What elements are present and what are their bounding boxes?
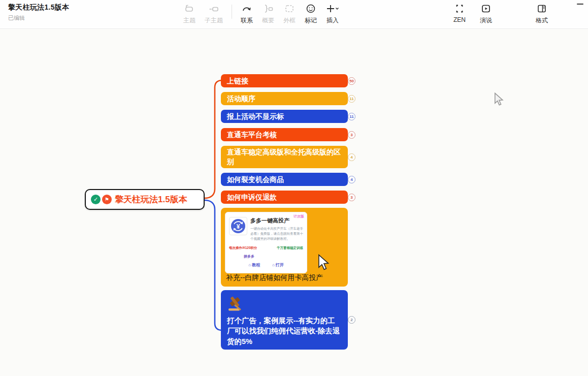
badge-count: 50 (349, 79, 354, 83)
cursor-arrow-content (317, 254, 331, 270)
toolbar-boundary-label: 外框 (283, 16, 296, 25)
branch-label: 如何裂变机会商品 (227, 175, 284, 184)
home-icon: ⌂ (272, 263, 275, 267)
tutorial-button[interactable]: ⌂教程 (248, 262, 260, 268)
toolbar-summary-label: 概要 (262, 16, 274, 25)
badge-count: 3 (350, 133, 352, 137)
toolbar-left: 主题 子主题 联系 (179, 3, 344, 25)
root-topic-node[interactable]: ✓ ⚑ 擎天柱玩法1.5版本 (85, 189, 205, 210)
branch-label: 报上活动不显示标 (227, 112, 284, 121)
toolbar-format-label: 格式 (536, 16, 548, 25)
toolbar-subtopic-button[interactable]: 子主题 (200, 3, 227, 25)
toolbar-topic-button[interactable]: 主题 (179, 3, 200, 25)
open-button-label: 打开 (276, 262, 284, 268)
root-topic-label: 擎天柱玩法1.5版本 (115, 194, 187, 205)
branch-label: 直通车稳定高级版和全托高级版的区别 (227, 147, 342, 167)
toolbar-present-label: 演说 (480, 16, 492, 25)
embed-tip-note: 千万要领稳定训练 (277, 246, 303, 250)
app-logo-frame: ¥ (229, 217, 247, 235)
check-icon[interactable]: ✓ (91, 195, 101, 204)
badge-count: 3 (350, 195, 352, 200)
branch-node-liebian-shangpin[interactable]: 如何裂变机会商品 (221, 173, 348, 186)
ad-card-text: 打个广告，案例展示--有实力的工厂可以找我们纯佣代运营收-除去退货的5% (227, 316, 342, 347)
toolbar-relationship-button[interactable]: 联系 (236, 3, 257, 25)
notes-count-badge[interactable]: 11 (348, 95, 355, 103)
notes-count-badge[interactable]: 3 (348, 131, 355, 139)
subtopic-icon (208, 3, 219, 15)
branch-node-ad-card[interactable]: 打个广告，案例展示--有实力的工厂可以找我们纯佣代运营收-除去退货的5% (221, 290, 348, 350)
document-title-block: 擎天柱玩法1.5版本 已编辑 (8, 3, 69, 22)
badge-count: 2 (350, 318, 352, 322)
embed-price-note: 每次操作/¥120积分 (229, 246, 257, 250)
toolbar-summary-button[interactable]: 概要 (257, 3, 279, 25)
branch-node-supplement-card[interactable]: 计次版 ¥ 多多一键高投产 一键自动化卡高投产开车（开车老手必看）免费版，请点击… (221, 208, 348, 287)
notes-count-badge[interactable]: 3 (348, 194, 355, 201)
embedded-app-screenshot[interactable]: 计次版 ¥ 多多一键高投产 一键自动化卡高投产开车（开车老手必看）免费版，请点击… (225, 212, 307, 273)
toolbar-marker-button[interactable]: 标记 (300, 3, 321, 25)
branch-node-baoshanghuodong[interactable]: 报上活动不显示标 (221, 110, 348, 123)
toolbar-topic-label: 主题 (183, 16, 195, 25)
zen-mode-icon (454, 3, 465, 15)
notes-count-badge[interactable]: 2 (348, 316, 355, 324)
window-minimize-dash[interactable] (577, 4, 583, 5)
branch-label: 活动顺序 (227, 94, 255, 104)
embed-app-title: 多多一键高投产 (250, 217, 305, 225)
branch-node-huodong-shunxu[interactable]: 活动顺序 (221, 92, 348, 105)
flag-icon[interactable]: ⚑ (102, 195, 112, 204)
toolbar-boundary-button[interactable]: 外框 (279, 3, 300, 25)
toolbar-marker-label: 标记 (305, 16, 317, 25)
badge-count: 11 (349, 97, 353, 101)
branch-label: 上链接 (227, 76, 248, 86)
embed-platform-label: 拼多多 (244, 254, 254, 259)
gavel-icon (227, 295, 245, 311)
badge-count: 4 (350, 155, 352, 160)
branch-node-zhitongche-kaohe[interactable]: 直通车平台考核 (221, 128, 348, 141)
toolbar-format-button[interactable]: 格式 (531, 3, 552, 25)
embed-header: ¥ 多多一键高投产 一键自动化卡高投产开车（开车老手必看）免费版，请点击跳转查看… (229, 217, 305, 241)
supplement-caption: 补充--白牌店铺如何用卡高投产 (226, 273, 323, 283)
boundary-icon (284, 3, 295, 15)
yuan-refresh-icon: ¥ (230, 218, 246, 234)
cursor-arrow-system (494, 92, 505, 106)
badge-count: 11 (349, 114, 353, 119)
relationship-icon (241, 3, 252, 15)
embed-buttons-row: ⌂教程 ⌂打开 (225, 262, 307, 268)
notes-count-badge[interactable]: 11 (348, 113, 355, 120)
branch-node-shensu-tuikuan[interactable]: 如何申诉仅退款 (221, 191, 348, 204)
open-button[interactable]: ⌂打开 (272, 262, 284, 268)
presentation-play-icon (480, 3, 492, 15)
embed-app-description: 一键自动化卡高投产开车（开车老手必看）免费版，请点击跳转查看第十个视频里的详细讲… (250, 226, 305, 241)
summary-icon (263, 3, 274, 15)
app-header: 擎天柱玩法1.5版本 已编辑 主题 子主题 (0, 0, 588, 29)
notes-count-badge[interactable]: 50 (348, 77, 355, 85)
toolbar-zen-button[interactable]: ZEN (449, 3, 470, 23)
toolbar-insert-label: 插入 (326, 16, 339, 25)
topic-icon (184, 3, 195, 15)
branch-node-zhitongche-qubie[interactable]: 直通车稳定高级版和全托高级版的区别 (221, 146, 348, 168)
branch-label: 直通车平台考核 (227, 130, 277, 140)
home-icon: ⌂ (248, 263, 251, 267)
format-panel-icon (536, 3, 547, 15)
toolbar-present-button[interactable]: 演说 (475, 3, 497, 25)
insert-plus-icon (326, 3, 339, 15)
toolbar-subtopic-label: 子主题 (205, 16, 223, 25)
document-status: 已编辑 (8, 14, 69, 22)
marker-smiley-icon (305, 3, 316, 15)
branch-label: 如何申诉仅退款 (227, 193, 277, 202)
document-title: 擎天柱玩法1.5版本 (8, 3, 69, 12)
toolbar-divider (232, 5, 232, 19)
branch-node-shanglianjie[interactable]: 上链接 (221, 74, 348, 87)
notes-count-badge[interactable]: 4 (348, 153, 355, 161)
svg-text:¥: ¥ (237, 223, 240, 230)
toolbar-relationship-label: 联系 (241, 16, 253, 25)
notes-count-badge[interactable]: 4 (348, 176, 355, 183)
tutorial-button-label: 教程 (252, 262, 260, 268)
toolbar-zen-label: ZEN (453, 16, 466, 23)
toolbar-insert-button[interactable]: 插入 (321, 3, 344, 25)
badge-count: 4 (350, 177, 352, 182)
